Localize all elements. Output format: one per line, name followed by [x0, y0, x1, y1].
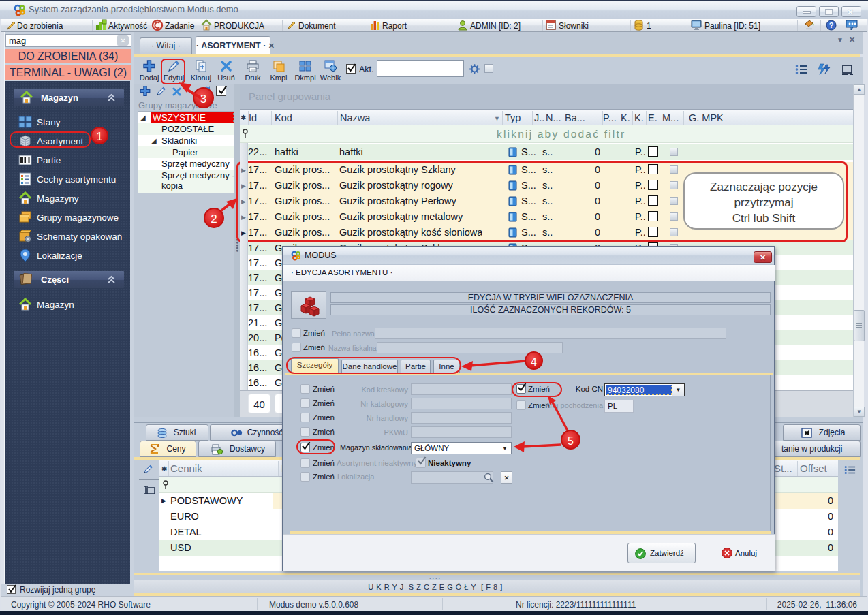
- svg-text:?: ?: [829, 21, 834, 29]
